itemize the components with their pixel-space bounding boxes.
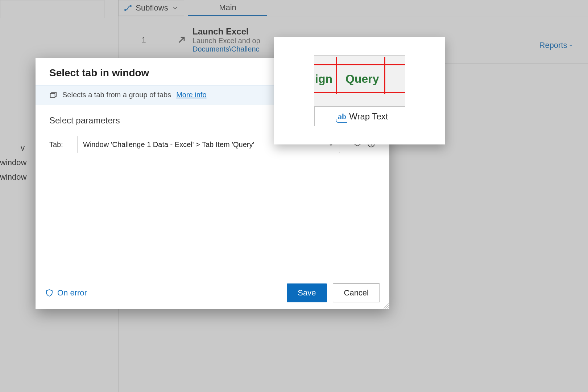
resize-grip[interactable] (382, 302, 389, 309)
highlight-line (314, 92, 405, 93)
wrap-text-icon: ab (338, 112, 346, 121)
tab-main[interactable]: Main (188, 0, 267, 16)
svg-point-0 (125, 9, 126, 11)
left-pane-fragment (0, 0, 104, 18)
left-cut-line: window (0, 170, 25, 184)
highlight-line (336, 57, 337, 94)
launch-arrow-icon (177, 35, 187, 45)
more-info-link[interactable]: More info (176, 91, 206, 99)
shield-icon (45, 289, 54, 297)
subflows-label: Subflows (136, 3, 168, 13)
svg-point-1 (130, 5, 132, 7)
tab-combobox-value: Window 'Challenge 1 Data - Excel' > Tab … (83, 140, 254, 149)
subflows-icon (124, 5, 132, 11)
step-subtitle: Launch Excel and op (192, 37, 260, 45)
step-path-link[interactable]: Documents\Challenc (192, 45, 260, 53)
cancel-button[interactable]: Cancel (333, 283, 380, 302)
info-text: Selects a tab from a group of tabs (62, 91, 171, 99)
tabs-icon (49, 91, 57, 99)
preview-thumbnail: ign Query ab Wrap Text (314, 55, 405, 126)
tab-main-label: Main (219, 3, 236, 12)
left-cut-line: window (0, 155, 25, 170)
reports-link[interactable]: Reports - (539, 41, 572, 50)
dialog-footer: On error Save Cancel (36, 276, 389, 309)
on-error-button[interactable]: On error (45, 288, 87, 298)
chevron-down-icon (172, 5, 178, 11)
save-button-label: Save (298, 288, 316, 298)
cancel-button-label: Cancel (344, 288, 369, 298)
highlight-line (314, 64, 405, 65)
svg-rect-2 (50, 93, 55, 97)
ui-element-preview-popover: ign Query ab Wrap Text (274, 37, 445, 144)
step-title: Launch Excel (192, 26, 260, 37)
left-sidebar-fragment: v window window (0, 141, 25, 184)
preview-query-tab-text: Query (345, 72, 379, 86)
preview-wrap-text-row: ab Wrap Text (314, 106, 405, 126)
highlight-line (384, 57, 385, 94)
left-cut-line: v (0, 141, 25, 155)
wrap-text-label: Wrap Text (349, 111, 388, 122)
tab-label: Tab: (49, 140, 67, 149)
subflows-dropdown[interactable]: Subflows (118, 0, 184, 16)
save-button[interactable]: Save (287, 283, 327, 302)
step-number: 1 (119, 16, 169, 63)
on-error-label: On error (57, 288, 87, 298)
preview-text-fragment: ign (315, 72, 332, 86)
